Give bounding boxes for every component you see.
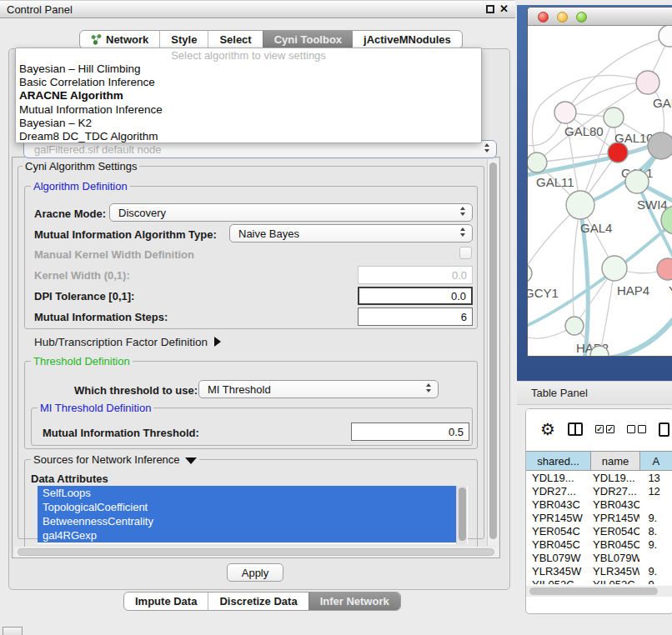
kernel-width-field[interactable]: 0.0: [358, 266, 473, 284]
table-row[interactable]: YIL052CYIL052C9: [526, 578, 672, 584]
tab-network[interactable]: Network: [80, 31, 159, 48]
table-cell[interactable]: 9: [639, 578, 672, 584]
table-row[interactable]: YER054CYER054C8.: [526, 525, 672, 538]
table-row[interactable]: YBR045CYBR045C9.: [526, 538, 672, 552]
sources-group-toggle[interactable]: Sources for Network Inference: [31, 453, 199, 466]
algorithm-option-bayesian-k2[interactable]: Bayesian – K2: [16, 117, 481, 130]
aracne-mode-combo[interactable]: Discovery: [109, 203, 473, 222]
mi-type-combo[interactable]: Naive Bayes: [229, 224, 473, 242]
node-gcy1[interactable]: [528, 264, 532, 282]
table-cell[interactable]: [639, 552, 672, 565]
attributes-list-scrollbar[interactable]: [456, 486, 467, 544]
node-gal80[interactable]: [554, 102, 576, 123]
table-row[interactable]: YBL079WYBL079W: [526, 552, 672, 565]
close-icon[interactable]: ✕: [499, 4, 509, 14]
settings-horizontal-scrollbar[interactable]: [14, 547, 499, 558]
table-cell[interactable]: YBR045C: [590, 538, 639, 552]
column-header-a[interactable]: A: [640, 452, 672, 470]
table-cell[interactable]: YPR145W: [526, 512, 590, 525]
table-row[interactable]: YDR27...YDR27...12: [526, 485, 672, 498]
algorithm-option-bayesian-hill-climbing[interactable]: Bayesian – Hill Climbing: [16, 62, 481, 76]
algorithm-option-mutual-information-inference[interactable]: Mutual Information Inference: [16, 103, 481, 117]
table-cell[interactable]: YBR045C: [526, 538, 590, 552]
table-row[interactable]: YPR145WYPR145W9.: [526, 512, 672, 525]
node-hap4[interactable]: [602, 256, 627, 281]
table-cell[interactable]: YER054C: [590, 525, 639, 538]
table-horizontal-scrollbar[interactable]: [526, 586, 672, 597]
table-cell[interactable]: YBL079W: [590, 552, 639, 565]
table-cell[interactable]: YPR145W: [590, 512, 639, 525]
checked-boxes-icon[interactable]: ✓✓: [595, 425, 614, 433]
tab-infer-network[interactable]: Infer Network: [308, 592, 400, 610]
hub-section-toggle[interactable]: Hub/Transcription Factor Definition: [34, 336, 221, 348]
table-cell[interactable]: [639, 498, 672, 512]
node-gal11[interactable]: [528, 152, 547, 172]
table-cell[interactable]: YER054C: [526, 525, 590, 538]
tab-select[interactable]: Select: [208, 31, 262, 48]
apply-button[interactable]: Apply: [227, 563, 283, 582]
node-unlabeled-top[interactable]: [659, 26, 672, 47]
minimized-panel-icon[interactable]: [3, 627, 23, 635]
table-cell[interactable]: YLR345W: [526, 565, 590, 578]
table-cell[interactable]: 9.: [639, 512, 672, 525]
zoom-traffic-light-icon[interactable]: [576, 12, 587, 22]
table-cell[interactable]: YIL052C: [526, 578, 590, 584]
table-cell[interactable]: YIL052C: [590, 578, 639, 584]
collapse-down-icon[interactable]: [185, 458, 197, 464]
tab-jactivemnodules[interactable]: jActiveMNodules: [353, 31, 462, 48]
table-row[interactable]: YDL19...YDL19...13: [526, 472, 672, 485]
table-cell[interactable]: YDL19...: [590, 472, 639, 485]
page-icon[interactable]: [659, 422, 669, 437]
tab-cyni-toolbox[interactable]: Cyni Toolbox: [263, 31, 353, 48]
split-columns-icon[interactable]: [568, 422, 583, 436]
table-row[interactable]: YLR345WYLR345W9.: [526, 565, 672, 578]
float-window-icon[interactable]: [486, 5, 494, 13]
tab-style[interactable]: Style: [159, 31, 208, 48]
column-header-name[interactable]: name: [591, 452, 640, 470]
mi-steps-field[interactable]: 6: [358, 308, 473, 326]
network-canvas[interactable]: GALGAL80GAL10GAL1GAL11SWI4GAL4GCY1HAP4YH…: [528, 26, 672, 357]
table-cell[interactable]: YBR043C: [526, 498, 590, 512]
attribute-item-gal4rgexp[interactable]: gal4RGexp: [38, 528, 456, 542]
node-gal1[interactable]: [608, 142, 628, 162]
table-cell[interactable]: YDL19...: [526, 472, 590, 485]
column-header-shared[interactable]: shared...: [526, 452, 591, 470]
algorithm-option-basic-correlation-inference[interactable]: Basic Correlation Inference: [16, 76, 481, 89]
manual-kernel-checkbox[interactable]: [459, 247, 472, 259]
node-hap2[interactable]: [565, 317, 584, 335]
table-cell[interactable]: YDR27...: [526, 485, 590, 498]
table-cell[interactable]: 13: [639, 472, 672, 485]
node-gal10[interactable]: [604, 108, 624, 128]
node-gray[interactable]: [648, 132, 672, 159]
expand-right-icon[interactable]: [214, 337, 221, 347]
algorithm-option-aracne-algorithm[interactable]: ARACNE Algorithm: [16, 89, 481, 102]
table-cell[interactable]: 8.: [639, 525, 672, 538]
network-window-titlebar[interactable]: [528, 8, 672, 26]
node-gal[interactable]: [636, 71, 659, 94]
tab-impute-data[interactable]: Impute Data: [124, 592, 208, 610]
tab-discretize-data[interactable]: Discretize Data: [208, 592, 308, 610]
table-cell[interactable]: 12: [639, 485, 672, 498]
node-swi4[interactable]: [625, 170, 649, 193]
settings-vertical-scrollbar[interactable]: [487, 159, 499, 546]
table-cell[interactable]: 9.: [639, 538, 672, 552]
node-gal4[interactable]: [566, 191, 594, 219]
gear-icon[interactable]: ⚙: [540, 421, 555, 438]
table-row[interactable]: YBR043CYBR043C: [526, 498, 672, 512]
minimize-traffic-light-icon[interactable]: [557, 12, 568, 22]
table-cell[interactable]: YBL079W: [526, 552, 590, 565]
node-salmon[interactable]: [657, 258, 672, 280]
table-cell[interactable]: YBR043C: [590, 498, 639, 512]
table-cell[interactable]: YDR27...: [590, 485, 639, 498]
mi-threshold-field[interactable]: 0.5: [351, 422, 469, 441]
attribute-item-selfloops[interactable]: SelfLoops: [38, 486, 456, 500]
table-cell[interactable]: 9.: [639, 565, 672, 578]
attribute-item-betweennesscentrality[interactable]: BetweennessCentrality: [38, 514, 456, 528]
close-traffic-light-icon[interactable]: [538, 12, 549, 22]
dpi-tolerance-field[interactable]: 0.0: [358, 287, 473, 305]
attribute-item-topologicalcoefficient[interactable]: TopologicalCoefficient: [38, 500, 456, 514]
algorithm-option-dream8-dc-tdc-algorithm[interactable]: Dream8 DC_TDC Algorithm: [16, 130, 481, 143]
unchecked-boxes-icon[interactable]: [627, 425, 646, 433]
which-threshold-combo[interactable]: MI Threshold: [198, 380, 439, 398]
table-cell[interactable]: YLR345W: [590, 565, 639, 578]
